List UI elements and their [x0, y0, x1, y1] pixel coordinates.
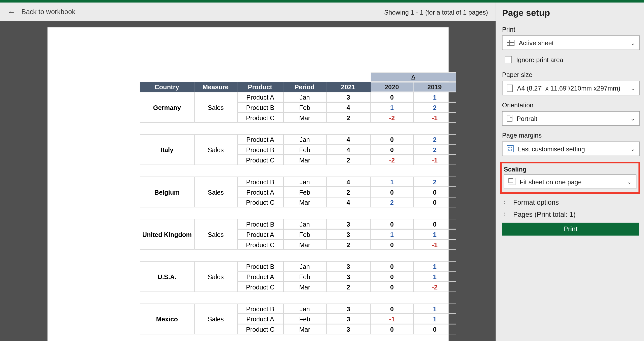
paper-size-dropdown[interactable]: A4 (8.27" x 11.69"/210mm x297mm) ⌄	[502, 81, 640, 95]
value-2020-cell: -2	[371, 155, 413, 165]
data-row: Product CMar420	[237, 197, 456, 207]
product-cell: Product B	[237, 219, 284, 229]
pages-expander[interactable]: 〉 Pages (Print total: 1)	[503, 211, 640, 219]
period-cell: Feb	[283, 187, 326, 197]
period-cell: Jan	[283, 219, 326, 229]
period-cell: Feb	[283, 272, 326, 282]
value-2019-cell: 2	[413, 102, 456, 112]
value-2019-cell: 0	[413, 187, 456, 197]
value-2019-cell: 1	[413, 304, 456, 314]
period-cell: Feb	[283, 102, 326, 112]
period-cell: Feb	[283, 314, 326, 324]
value-2019-cell: 1	[413, 272, 456, 282]
value-2020-cell: -2	[371, 112, 413, 123]
table-header-row: CountryMeasureProductPeriod202120202019	[140, 82, 456, 92]
measure-cell: Sales	[194, 92, 237, 123]
column-header: 2021	[326, 82, 371, 92]
margins-dropdown[interactable]: Last customised setting ⌄	[502, 142, 640, 156]
product-cell: Product C	[237, 324, 284, 334]
period-cell: Mar	[283, 197, 326, 207]
value-2021-cell: 2	[326, 282, 371, 292]
scaling-label: Scaling	[504, 165, 636, 173]
delta-header-row: Δ	[140, 72, 456, 81]
value-2020-cell: 0	[371, 134, 413, 145]
value-2021-cell: 4	[326, 145, 371, 155]
period-cell: Jan	[283, 261, 326, 272]
value-2021-cell: 4	[326, 134, 371, 145]
product-cell: Product A	[237, 92, 284, 102]
margins-label: Page margins	[502, 132, 640, 139]
value-2020-cell: 0	[371, 282, 413, 292]
chevron-down-icon: ⌄	[630, 85, 635, 91]
data-row: Product AJan402	[237, 134, 456, 145]
product-cell: Product C	[237, 197, 284, 207]
value-2019-cell: 2	[413, 145, 456, 155]
value-2020-cell: 0	[371, 261, 413, 272]
orientation-label: Orientation	[502, 101, 640, 109]
column-header: Product	[237, 82, 284, 92]
print-button[interactable]: Print	[502, 223, 639, 236]
country-cell: Mexico	[140, 304, 194, 334]
data-row: Product BFeb402	[237, 145, 456, 155]
measure-cell: Sales	[194, 177, 237, 207]
ignore-print-area-checkbox[interactable]	[505, 56, 512, 63]
value-2019-cell: -1	[413, 155, 456, 165]
value-2021-cell: 3	[326, 261, 371, 272]
value-2020-cell: 0	[371, 92, 413, 102]
product-cell: Product B	[237, 261, 284, 272]
country-group: GermanySalesProduct AJan301Product BFeb4…	[140, 92, 456, 123]
print-dropdown[interactable]: Active sheet ⌄	[502, 35, 640, 50]
format-options-expander[interactable]: 〉 Format options	[503, 199, 640, 207]
data-row: Product AJan301	[237, 92, 456, 102]
scaling-value: Fit sheet on one page	[520, 178, 632, 185]
measure-cell: Sales	[194, 134, 237, 165]
value-2019-cell: -1	[413, 239, 456, 250]
chevron-down-icon: ⌄	[630, 115, 635, 122]
margins-value: Last customised setting	[518, 145, 635, 152]
product-cell: Product B	[237, 102, 284, 112]
value-2020-cell: 0	[371, 324, 413, 334]
value-2019-cell: 0	[413, 197, 456, 207]
data-row: Product AFeb3-11	[237, 314, 456, 324]
period-cell: Mar	[283, 239, 326, 250]
value-2020-cell: 0	[371, 145, 413, 155]
orientation-dropdown[interactable]: Portrait ⌄	[502, 111, 640, 126]
print-dropdown-value: Active sheet	[519, 39, 635, 47]
portrait-page-icon	[507, 115, 512, 122]
value-2020-cell: 0	[371, 219, 413, 229]
page-setup-title: Page setup	[502, 8, 640, 18]
format-options-label: Format options	[513, 199, 559, 207]
country-cell: United Kingdom	[140, 219, 194, 249]
period-cell: Feb	[283, 229, 326, 239]
period-cell: Jan	[283, 304, 326, 314]
product-cell: Product B	[237, 304, 284, 314]
print-button-label: Print	[564, 225, 578, 233]
page-status: Showing 1 - 1 (for a total of 1 pages)	[384, 8, 488, 16]
value-2021-cell: 3	[326, 92, 371, 102]
pages-label: Pages (Print total: 1)	[513, 211, 576, 219]
value-2020-cell: 2	[371, 197, 413, 207]
sheet-grid-icon	[507, 40, 515, 46]
preview-toolbar: ← Back to workbook Showing 1 - 1 (for a …	[0, 3, 496, 21]
value-2021-cell: 4	[326, 177, 371, 187]
measure-cell: Sales	[194, 304, 237, 334]
scaling-dropdown[interactable]: Fit sheet on one page ⌄	[504, 175, 636, 189]
product-cell: Product A	[237, 134, 284, 145]
value-2020-cell: 1	[371, 177, 413, 187]
value-2019-cell: 0	[413, 219, 456, 229]
value-2020-cell: 0	[371, 187, 413, 197]
measure-cell: Sales	[194, 219, 237, 249]
value-2019-cell: 1	[413, 92, 456, 102]
value-2019-cell: -1	[413, 112, 456, 123]
country-cell: Belgium	[140, 177, 194, 207]
value-2021-cell: 3	[326, 219, 371, 229]
country-group: BelgiumSalesProduct BJan412Product AFeb2…	[140, 177, 456, 207]
value-2021-cell: 3	[326, 324, 371, 334]
value-2020-cell: 0	[371, 272, 413, 282]
value-2021-cell: 2	[326, 112, 371, 123]
chevron-down-icon: ⌄	[627, 179, 632, 185]
value-2020-cell: 0	[371, 304, 413, 314]
data-row: Product AFeb200	[237, 187, 456, 197]
back-to-workbook-button[interactable]: ← Back to workbook	[8, 8, 75, 17]
measure-cell: Sales	[194, 261, 237, 292]
